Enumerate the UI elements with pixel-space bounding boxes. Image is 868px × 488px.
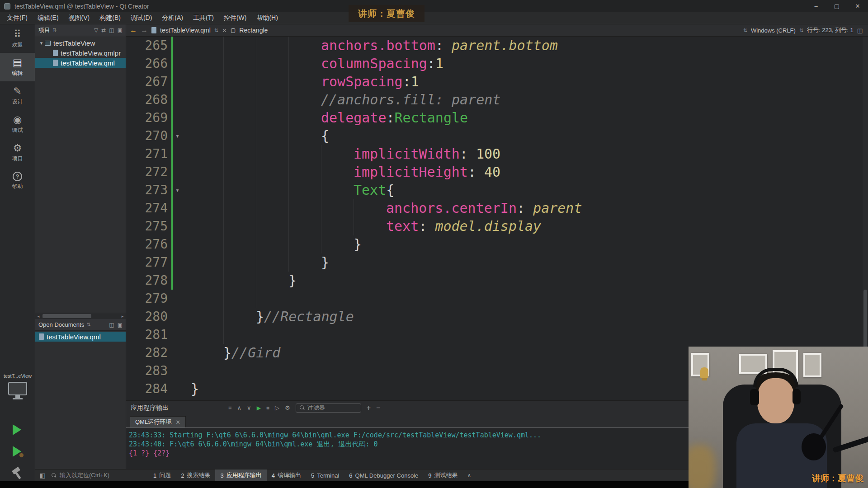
code-line[interactable]: 266columnSpacing:1 [126,55,868,73]
code-line[interactable]: 277} [126,253,868,272]
zoom-in-icon[interactable]: + [367,404,371,412]
code-line[interactable]: 280}//Rectangle [126,308,868,326]
code-line[interactable]: 273▾Text{ [126,181,868,199]
pane-button-5[interactable]: 5Terminal [306,469,344,481]
code-token: { [386,182,394,198]
split-icon[interactable]: ◫ [109,27,114,33]
menu-item[interactable]: 文件(F) [2,12,33,24]
build-hammer-button[interactable] [11,467,24,480]
fold-column [168,145,187,163]
attach-icon[interactable]: ▷ [275,404,279,411]
mode-debug[interactable]: ◉调试 [0,110,35,138]
code-line[interactable]: 265anchors.bottom: parent.bottom [126,37,868,55]
nav-back-icon[interactable]: ← [130,26,137,34]
next-item-icon[interactable]: ∨ [247,404,251,411]
editor-split-icon[interactable]: ◫ [857,27,863,34]
line-ending-indicator[interactable]: Windows (CRLF) [751,27,796,34]
nav-forward-icon[interactable]: → [141,26,148,34]
code-line[interactable]: 274anchors.centerIn: parent [126,199,868,217]
projects-panel-title[interactable]: 项目 [38,26,50,34]
panel-menu-icon[interactable]: ▣ [118,322,123,328]
stop-icon[interactable]: ■ [266,405,269,411]
expand-arrow-icon[interactable]: ▾ [38,40,45,46]
rerun-icon[interactable]: ▶ [257,405,261,411]
code-line[interactable]: 272implicitHeight: 40 [126,163,868,181]
pane-button-4[interactable]: 4编译输出 [267,469,306,481]
current-symbol[interactable]: Rectangle [239,27,268,34]
scroll-left-icon[interactable]: ◂ [35,314,42,319]
menu-item[interactable]: 分析(A) [157,12,188,24]
menu-item[interactable]: 帮助(H) [251,12,283,24]
pane-button-1[interactable]: 1问题 [148,469,176,481]
filter-icon[interactable]: ▽ [94,27,98,33]
maximize-button[interactable]: ▢ [826,0,847,12]
open-documents-title[interactable]: Open Documents [38,321,84,328]
menu-item[interactable]: 视图(V) [64,12,95,24]
mode-welcome[interactable]: ⠿欢迎 [0,24,35,53]
tree-item[interactable]: ▾testTableView [35,38,126,48]
tree-item[interactable]: testTableView.qmlpr [35,48,126,58]
mode-projects[interactable]: ⚙项目 [0,138,35,167]
settings-gear-icon[interactable]: ⚙ [285,404,290,411]
mode-edit[interactable]: ▤编辑 [0,53,35,81]
prev-item-icon[interactable]: ∧ [237,404,242,411]
panel-menu-icon[interactable]: ▣ [118,27,123,33]
sync-icon[interactable]: ⇄ [101,27,106,33]
tree-horizontal-scrollbar[interactable]: ◂ ▸ [35,313,126,319]
line-number: 266 [126,55,168,73]
panel-dropdown-icon[interactable]: ⇅ [52,27,57,33]
cursor-dropdown-icon[interactable]: ⇅ [799,28,803,33]
sidebar-toggle-icon[interactable]: ◧ [35,472,50,479]
code-line[interactable]: 267rowSpacing:1 [126,73,868,91]
pane-button-2[interactable]: 2搜索结果 [176,469,215,481]
code-line[interactable]: 279 [126,290,868,308]
mode-design[interactable]: ✎设计 [0,81,35,110]
code-line[interactable]: 270▾{ [126,127,868,145]
code-line[interactable]: 275text: model.display [126,217,868,235]
tree-label: testTableView.qml [61,59,115,67]
panes-menu-icon[interactable]: ∧ [467,472,471,479]
pane-button-9[interactable]: 9测试结果 [423,469,462,481]
tree-item[interactable]: testTableView.qml [35,58,126,68]
run-button[interactable] [13,424,21,435]
open-file-name[interactable]: testTableView.qml [160,27,211,34]
code-line[interactable]: 276} [126,235,868,253]
menu-item[interactable]: 构建(B) [94,12,126,24]
encoding-dropdown-icon[interactable]: ⇅ [743,28,747,33]
fold-marker-icon[interactable]: ▾ [168,181,187,199]
menu-item[interactable]: 工具(T) [188,12,219,24]
fold-marker-icon[interactable]: ▾ [168,127,187,145]
line-number: 269 [126,109,168,127]
scroll-right-icon[interactable]: ▸ [119,314,126,319]
split-icon[interactable]: ◫ [109,322,114,328]
pane-button-3[interactable]: 3应用程序输出 [215,469,266,481]
code-area[interactable]: 265anchors.bottom: parent.bottom266colum… [126,37,868,400]
output-filter-field[interactable]: 过滤器 [296,404,361,413]
pane-button-6[interactable]: 6QML Debugger Console [344,469,423,481]
word-wrap-icon[interactable]: ≡ [228,404,232,411]
code-line[interactable]: 281 [126,326,868,344]
open-document-item[interactable]: testTableView.qml [35,332,126,342]
output-pane-title[interactable]: 应用程序输出 [131,404,169,412]
close-button[interactable]: ✕ [847,0,868,12]
menu-item[interactable]: 编辑(E) [33,12,64,24]
tab-close-icon[interactable]: ✕ [175,419,180,426]
menu-item[interactable]: 控件(W) [219,12,252,24]
line-number: 281 [126,326,168,344]
editor-scrollbar[interactable] [863,37,868,400]
code-line[interactable]: 269delegate:Rectangle [126,109,868,127]
locator-input[interactable]: 输入以定位(Ctrl+K) [50,471,148,479]
minimize-button[interactable]: – [806,0,826,12]
code-line[interactable]: 268//anchors.fill: parent [126,91,868,109]
code-line[interactable]: 271implicitWidth: 100 [126,145,868,163]
zoom-out-icon[interactable]: − [376,404,380,412]
mode-help[interactable]: ?帮助 [0,167,35,195]
menu-item[interactable]: 调试(D) [126,12,157,24]
kit-selector[interactable]: testT...eView [0,373,35,395]
tab-qml-runtime[interactable]: QML运行环境 ✕ [130,416,186,427]
file-dropdown-icon[interactable]: ⇅ [214,28,218,33]
panel-dropdown-icon[interactable]: ⇅ [86,322,90,328]
close-document-icon[interactable]: ✕ [222,27,227,34]
code-line[interactable]: 278} [126,272,868,290]
scroll-thumb[interactable] [42,314,91,318]
